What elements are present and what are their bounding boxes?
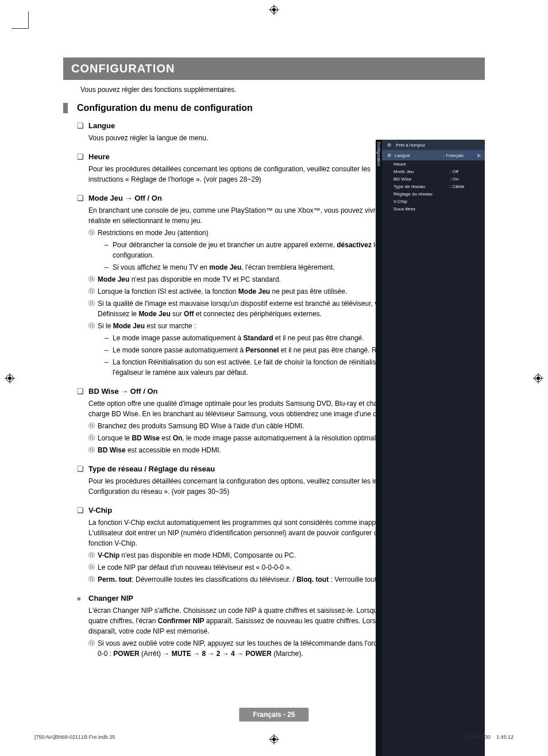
heading-text: Configuration du menu de configuration [77,103,253,113]
registration-mark-icon [269,734,279,745]
note-icon: Ⓝ [88,228,98,238]
osd-top-row: ⚙ Prêt à l'emploi [382,140,485,150]
osd-row-label: BD Wise [393,176,450,182]
sub-body: Pour les procédures détaillées concernan… [88,164,376,185]
note-icon: Ⓝ [88,274,98,285]
svg-point-15 [537,377,540,380]
osd-row: Type de réseau: Câble [390,183,485,190]
page-title-bar: CONFIGURATION [63,57,485,80]
osd-row-label: Mode Jeu [393,169,450,174]
bullet-icon: ❏ [77,465,85,474]
chevron-right-icon: ▶ [477,152,481,158]
note-icon: Ⓝ [88,638,98,659]
osd-row: Sous-titres [390,205,485,213]
intro-text: Vous pouvez régler des fonctions supplém… [80,86,485,94]
section-heading: Configuration du menu de configuration [63,103,485,113]
osd-panel: Configuration ⚙ Prêt à l'emploi ⚙ Langue… [376,140,485,756]
svg-point-11 [8,377,11,380]
page-content: CONFIGURATION Vous pouvez régler des fon… [0,0,548,703]
registration-mark-icon [533,373,543,383]
osd-row-label: V-Chip [393,199,450,204]
osd-row-label: Type de réseau [393,184,450,189]
heading-bar-icon [63,103,68,113]
sub-title: Type de réseau / Réglage du réseau [88,465,215,473]
osd-row: V-Chip [390,198,485,205]
osd-sel-value: : Français [443,153,475,158]
sub-title: V-Chip [88,506,112,515]
crop-mark-icon [11,11,29,29]
osd-row: Mode Jeu: Off [390,168,485,175]
plug-icon: ⚙ [385,141,392,148]
dash-icon: – [105,262,113,273]
dash-icon: – [105,333,113,343]
note-icon: Ⓝ [88,298,98,319]
osd-row-value: : Off [450,169,481,174]
osd-sel-label: Langue [395,153,443,158]
svg-point-3 [272,8,276,11]
sub-title: Heure [88,152,110,161]
page-footer-bar: Français - 25 [239,708,308,722]
note-icon: Ⓝ [88,550,98,561]
note-icon: Ⓝ [88,445,98,455]
note-icon: Ⓝ [88,574,98,585]
dash-icon: – [105,357,113,378]
osd-row-label: Heure [393,162,450,167]
osd-row-label: Réglage du réseau [393,191,450,197]
bullet-icon: ❏ [77,194,85,203]
sub-title: Langue [88,121,115,130]
bullet-icon: ❏ [77,387,85,396]
note-icon: Ⓝ [88,562,98,573]
osd-row-value: : On [450,176,481,182]
sub-title: Changer NIP [88,594,133,603]
dash-icon: – [105,240,113,260]
sub-title: BD Wise → Off / On [88,387,158,396]
bullet-icon: ■ [77,594,85,603]
osd-top-label: Prêt à l'emploi [396,143,424,148]
bullet-icon: ❏ [77,152,85,162]
svg-point-7 [272,738,276,741]
note-icon: Ⓝ [88,421,98,431]
footer-left: [750-NA]BN68-02111B-Fre.indb 25 [34,734,115,740]
osd-row: Heure [390,160,485,168]
note-icon: Ⓝ [88,286,98,297]
bullet-icon: ❏ [77,121,85,131]
dash-icon: – [105,345,113,355]
bullet-icon: ❏ [77,506,85,515]
osd-selected-row: ⚙ Langue : Français ▶ [382,150,485,160]
footer-right: 2009-03-30 1:45:12 [464,734,514,740]
gear-icon: ⚙ [385,152,392,159]
osd-row-label: Sous-titres [393,206,450,212]
osd-row: Réglage du réseau [390,190,485,198]
registration-mark-icon [5,373,15,383]
note-icon: Ⓝ [88,433,98,443]
osd-row: BD Wise: On [390,175,485,183]
registration-mark-icon [269,5,279,15]
sub-title: Mode Jeu → Off / On [88,194,162,202]
osd-side-label: Configuration [376,140,382,756]
note-icon: Ⓝ [88,321,98,331]
osd-row-value: : Câble [450,184,481,189]
